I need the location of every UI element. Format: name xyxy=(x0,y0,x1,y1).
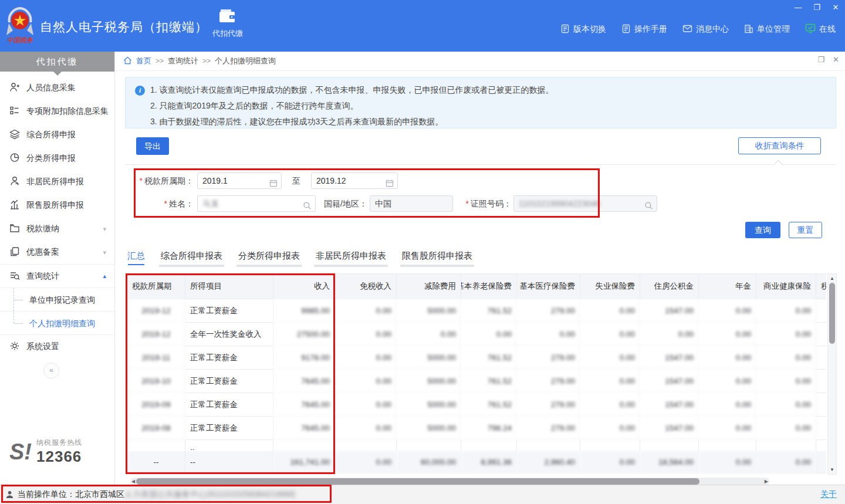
table-cell: 1547.00 xyxy=(640,370,699,393)
tax-emblem-logo: 中国税务 xyxy=(5,5,35,48)
table-cell: 0.00 xyxy=(580,299,640,323)
table-cell: .. xyxy=(185,440,273,451)
person-icon xyxy=(9,176,20,188)
table-cell: -- xyxy=(185,451,273,473)
document-icon xyxy=(621,24,631,35)
table-cell: 2019-09 xyxy=(127,393,185,417)
sidebar-subitem-unit-declaration-query[interactable]: 单位申报记录查询 xyxy=(0,288,114,312)
menu-manual[interactable]: 操作手册 xyxy=(621,24,667,35)
minimize-button[interactable]: — xyxy=(793,2,803,12)
tab-daikou-daijiao[interactable]: 代扣代缴 xyxy=(205,8,250,39)
table-body: 2019-12正常工资薪金9985.000.005000.00761.52279… xyxy=(127,299,826,473)
notice-line-1: 1. 该查询统计表仅能查询已申报成功的数据，不包含未申报、申报失败，已申报但已作… xyxy=(126,82,836,98)
sidebar-item-special-deduction[interactable]: 专项附加扣除信息采集 xyxy=(0,100,114,123)
sidebar-header-notch xyxy=(53,72,62,76)
table-cell: 7645.00 xyxy=(273,417,335,440)
tab-classified-income[interactable]: 分类所得申报表 xyxy=(238,251,300,267)
calendar-icon[interactable] xyxy=(269,177,278,189)
column-header: 基本养老保险费 xyxy=(461,273,517,299)
table-row[interactable]: 2019-12全年一次性奖金收入27500.000.000.000.000.00… xyxy=(127,323,826,346)
table-cell xyxy=(397,440,461,451)
table-row[interactable]: 2019-08正常工资薪金7645.000.005000.00798.24279… xyxy=(127,417,826,440)
table-cell: 0.00 xyxy=(580,370,640,393)
column-header: 免税收入 xyxy=(335,273,397,299)
breadcrumb-query-statistics[interactable]: 查询统计 xyxy=(168,56,198,66)
table-cell: 2,960.40 xyxy=(517,451,580,473)
scroll-up-icon[interactable]: ▲ xyxy=(828,276,836,281)
panel-controls: ❒ ✕ xyxy=(817,55,839,64)
export-button[interactable]: 导出 xyxy=(136,137,169,155)
table-row[interactable]: 2019-12正常工资薪金9985.000.005000.00761.52279… xyxy=(127,299,826,323)
menu-message-center[interactable]: 消息中心 xyxy=(682,24,729,35)
table-cell: 279.00 xyxy=(517,393,580,417)
table-cell: 761.52 xyxy=(461,346,517,370)
panel-close-icon[interactable]: ✕ xyxy=(833,55,839,64)
restore-button[interactable]: ❐ xyxy=(812,2,822,12)
table-cell: 正常工资薪金 xyxy=(185,346,273,370)
table-row[interactable]: .. xyxy=(127,440,826,451)
sidebar-item-personnel-info[interactable]: 人员信息采集 xyxy=(0,76,114,100)
sidebar-item-query-statistics[interactable]: 查询统计 ▴ xyxy=(0,264,114,287)
panel-maximize-icon[interactable]: ❒ xyxy=(817,55,824,64)
table-cell: 279.00 xyxy=(517,417,580,440)
sidebar-collapse-button[interactable]: « xyxy=(43,363,59,378)
collapse-query-conditions-button[interactable]: 收折查询条件 xyxy=(738,137,821,154)
close-button[interactable]: ✕ xyxy=(831,2,840,12)
tab-nonresident-income[interactable]: 非居民所得申报表 xyxy=(316,251,386,267)
sidebar-item-restricted-shares[interactable]: 限售股所得申报 xyxy=(0,194,114,217)
table-cell: 798.24 xyxy=(461,417,517,440)
table-cell: 正常工资薪金 xyxy=(185,370,273,393)
sidebar-item-classified-income[interactable]: 分类所得申报 xyxy=(0,147,114,170)
vertical-scrollbar-thumb[interactable] xyxy=(829,283,835,344)
table-cell xyxy=(127,440,185,451)
statusbar: 当前操作单位：北京市西城区人力资源公共服务中心(9111010258364218… xyxy=(0,485,845,504)
menu-version-switch[interactable]: 版本切换 xyxy=(560,24,606,35)
table-header-row: 税款所属期所得项目收入免税收入减除费用基本养老保险费基本医疗保险费失业保险费住房… xyxy=(127,273,826,299)
table-row[interactable]: 2019-11正常工资薪金9178.000.005000.00761.52279… xyxy=(127,346,826,370)
table-cell: 761.52 xyxy=(461,370,517,393)
vertical-scrollbar[interactable]: ▲ ▼ xyxy=(827,273,837,475)
table-cell: 0.00 xyxy=(335,299,397,323)
search-icon[interactable] xyxy=(644,199,653,212)
sidebar-item-system-settings[interactable]: 系统设置 xyxy=(0,335,114,358)
notice-box: i 1. 该查询统计表仅能查询已申报成功的数据，不包含未申报、申报失败，已申报但… xyxy=(125,77,836,128)
tab-summary[interactable]: 汇总 xyxy=(127,251,145,267)
name-input[interactable]: 马某 xyxy=(197,195,316,212)
sidebar-menu: 人员信息采集 专项附加扣除信息采集 综合所得申报 分类所得申报 非居民所得申报 … xyxy=(0,76,114,358)
sidebar-item-preferential-filing[interactable]: 优惠备案 ▾ xyxy=(0,241,114,264)
table-row[interactable]: 2019-09正常工资薪金7645.000.005000.00761.52279… xyxy=(127,393,826,417)
online-monitor-icon xyxy=(805,23,816,35)
about-link[interactable]: 关于 xyxy=(820,485,837,503)
table-cell xyxy=(816,440,826,451)
menu-online-status[interactable]: 在线 xyxy=(805,23,836,35)
period-from-input[interactable]: 2019.1 xyxy=(197,172,282,189)
reset-button[interactable]: 重置 xyxy=(789,222,822,238)
sidebar-item-comprehensive-income[interactable]: 综合所得申报 xyxy=(0,123,114,147)
table-cell: 0.00 xyxy=(580,346,640,370)
table-cell: 1547.00 xyxy=(640,417,699,440)
info-icon: i xyxy=(135,86,145,96)
period-to-input[interactable]: 2019.12 xyxy=(311,172,398,189)
table-cell: 0.00 xyxy=(756,346,816,370)
table-row[interactable]: 2019-10正常工资薪金7645.000.005000.00761.52279… xyxy=(127,370,826,393)
menu-unit-management[interactable]: 单位管理 xyxy=(744,24,790,35)
search-icon[interactable] xyxy=(303,199,312,212)
current-unit-blurred: 人力资源公共服务中心(91110102583642186M) xyxy=(124,489,295,499)
breadcrumb-home[interactable]: 首页 xyxy=(136,56,151,66)
table-cell: 279.00 xyxy=(517,299,580,323)
query-button[interactable]: 查询 xyxy=(745,222,780,238)
table-cell: 0.00 xyxy=(756,451,816,473)
tab-comprehensive-income[interactable]: 综合所得申报表 xyxy=(161,251,222,267)
table-totals-row[interactable]: ----161,741.000.0060,000.008,991.362,960… xyxy=(127,451,826,473)
horizontal-scrollbar-thumb[interactable] xyxy=(136,478,699,485)
sidebar-item-tax-payment[interactable]: 税款缴纳 ▾ xyxy=(0,217,114,241)
calendar-icon[interactable] xyxy=(386,177,394,189)
hotline-logo: S! 纳税服务热线 12366 xyxy=(9,438,82,466)
scroll-down-icon[interactable]: ▼ xyxy=(828,467,836,472)
tab-restricted-shares[interactable]: 限售股所得申报表 xyxy=(402,251,472,267)
sidebar-item-nonresident-income[interactable]: 非居民所得申报 xyxy=(0,170,114,194)
tax-period-label: 税款所属期： xyxy=(129,172,194,189)
table-cell xyxy=(640,440,699,451)
document-icon xyxy=(560,24,570,35)
sidebar-subitem-personal-withholding-query[interactable]: 个人扣缴明细查询 xyxy=(0,312,114,335)
